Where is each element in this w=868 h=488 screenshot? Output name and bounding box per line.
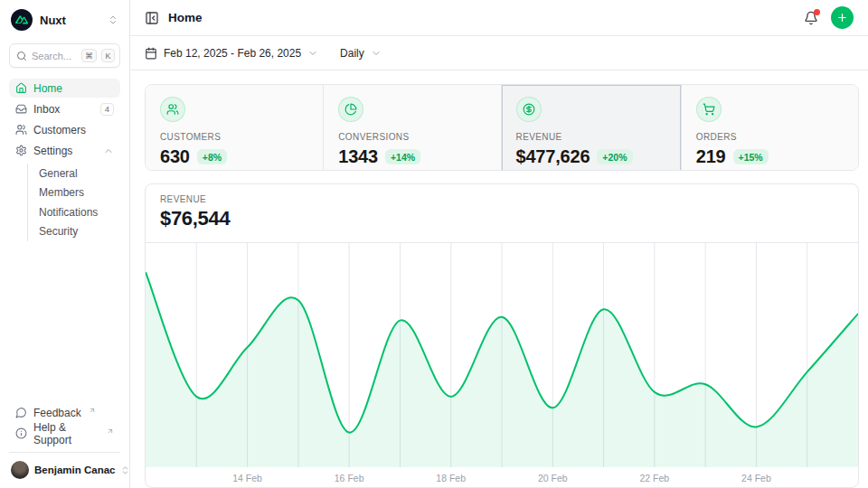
add-button[interactable] xyxy=(831,6,854,29)
user-menu[interactable]: Benjamin Canac xyxy=(9,452,120,481)
shopping-cart-icon xyxy=(696,97,722,122)
external-link-icon xyxy=(107,427,114,435)
help-support-label: Help & Support xyxy=(33,421,99,446)
sidebar-item-label: Settings xyxy=(33,145,72,157)
chart-metric-label: REVENUE xyxy=(160,194,844,204)
chevron-down-icon xyxy=(371,48,382,59)
nuxt-logo-icon xyxy=(11,9,33,31)
notifications-button[interactable] xyxy=(804,11,818,25)
svg-text:22 Feb: 22 Feb xyxy=(640,473,670,483)
stat-delta-badge: +20% xyxy=(597,149,632,164)
search-icon xyxy=(16,51,27,61)
main-area: Home Feb 12, 2025 - Feb 26, 2025 Da xyxy=(130,0,868,488)
sidebar-item-customers[interactable]: Customers xyxy=(9,120,120,139)
stat-label: REVENUE xyxy=(516,132,666,142)
svg-text:20 Feb: 20 Feb xyxy=(538,473,568,483)
page-title: Home xyxy=(168,11,795,24)
kbd-k: K xyxy=(101,49,115,62)
filter-toolbar: Feb 12, 2025 - Feb 26, 2025 Daily xyxy=(130,36,868,70)
chevron-up-icon xyxy=(103,145,114,156)
help-support-link[interactable]: Help & Support xyxy=(9,424,120,443)
sidebar-item-home[interactable]: Home xyxy=(9,79,120,98)
stat-delta-badge: +14% xyxy=(385,149,420,164)
sidebar-item-label: Inbox xyxy=(33,103,60,116)
period-value: Daily xyxy=(340,47,364,60)
panel-collapse-icon[interactable] xyxy=(145,11,159,25)
sidebar-subitem-general[interactable]: General xyxy=(39,164,120,183)
stat-delta-badge: +8% xyxy=(197,149,227,164)
sidebar-subitem-security[interactable]: Security xyxy=(39,222,120,242)
stat-value: $477,626 xyxy=(516,146,590,167)
home-icon xyxy=(15,82,27,94)
inbox-icon xyxy=(15,103,27,115)
pie-chart-icon xyxy=(338,97,363,122)
stat-card-orders[interactable]: ORDERS 219 +15% xyxy=(681,85,858,171)
date-range-picker[interactable]: Feb 12, 2025 - Feb 26, 2025 xyxy=(145,47,318,60)
chevrons-up-down-icon xyxy=(108,14,118,25)
workspace-name: Nuxt xyxy=(40,14,101,27)
users-icon xyxy=(160,97,185,122)
users-icon xyxy=(15,124,27,136)
chart-metric-value: $76,544 xyxy=(160,207,844,230)
chevron-down-icon xyxy=(307,48,318,59)
search-placeholder: Search... xyxy=(32,51,77,61)
stat-label: CUSTOMERS xyxy=(160,132,308,142)
stat-card-revenue[interactable]: REVENUE $477,626 +20% xyxy=(501,85,681,171)
sidebar-item-inbox[interactable]: Inbox 4 xyxy=(9,99,120,118)
message-circle-icon xyxy=(15,407,27,418)
chart-header: REVENUE $76,544 xyxy=(146,184,858,243)
revenue-chart-card: REVENUE $76,544 14 Feb16 Feb18 Feb20 Feb… xyxy=(145,183,859,488)
external-link-icon xyxy=(89,407,96,414)
plus-icon xyxy=(836,12,848,23)
sidebar-subitem-members[interactable]: Members xyxy=(39,183,120,203)
stat-label: CONVERSIONS xyxy=(338,132,486,142)
topbar-actions xyxy=(804,6,854,29)
info-icon xyxy=(15,427,27,439)
workspace-selector[interactable]: Nuxt xyxy=(9,9,120,31)
svg-text:16 Feb: 16 Feb xyxy=(335,473,364,483)
stat-card-conversions[interactable]: CONVERSIONS 1343 +14% xyxy=(323,85,500,171)
stat-delta-badge: +15% xyxy=(733,149,769,164)
user-name: Benjamin Canac xyxy=(34,465,115,475)
kbd-cmd: ⌘ xyxy=(81,49,97,62)
revenue-chart[interactable]: 14 Feb16 Feb18 Feb20 Feb22 Feb24 Feb xyxy=(146,243,858,487)
feedback-link[interactable]: Feedback xyxy=(9,403,120,422)
settings-subnav: General Members Notifications Security xyxy=(27,164,120,241)
stat-card-customers[interactable]: CUSTOMERS 630 +8% xyxy=(146,85,323,171)
top-header: Home xyxy=(130,0,868,36)
inbox-count-badge: 4 xyxy=(100,103,114,116)
stat-label: ORDERS xyxy=(696,132,844,142)
sidebar: Nuxt Search... ⌘ K Home Inbox 4 xyxy=(0,0,130,488)
date-range-value: Feb 12, 2025 - Feb 26, 2025 xyxy=(164,47,301,60)
period-select[interactable]: Daily xyxy=(340,47,382,60)
dashboard-content: CUSTOMERS 630 +8% CONVERSIONS 1343 +14% xyxy=(130,70,868,488)
dollar-circle-icon xyxy=(516,97,542,122)
stat-value: 630 xyxy=(160,146,190,167)
svg-text:18 Feb: 18 Feb xyxy=(436,473,466,483)
sidebar-footer: Feedback Help & Support Benjamin Canac xyxy=(9,403,120,481)
search-input[interactable]: Search... ⌘ K xyxy=(9,43,120,68)
svg-text:24 Feb: 24 Feb xyxy=(741,473,771,483)
stat-value: 1343 xyxy=(338,146,378,167)
sidebar-item-label: Customers xyxy=(33,124,86,136)
sidebar-item-label: Home xyxy=(33,82,62,95)
calendar-icon xyxy=(145,47,157,60)
gear-icon xyxy=(15,145,27,156)
feedback-label: Feedback xyxy=(33,407,81,419)
svg-text:14 Feb: 14 Feb xyxy=(232,473,262,483)
stat-value: 219 xyxy=(696,146,726,167)
sidebar-nav: Home Inbox 4 Customers Settings Genera xyxy=(9,79,120,241)
avatar xyxy=(11,461,29,479)
chevrons-up-down-icon xyxy=(120,465,130,475)
sidebar-item-settings[interactable]: Settings xyxy=(9,141,120,160)
stats-row: CUSTOMERS 630 +8% CONVERSIONS 1343 +14% xyxy=(145,84,859,171)
sidebar-subitem-notifications[interactable]: Notifications xyxy=(39,202,120,222)
notification-dot xyxy=(814,9,820,15)
